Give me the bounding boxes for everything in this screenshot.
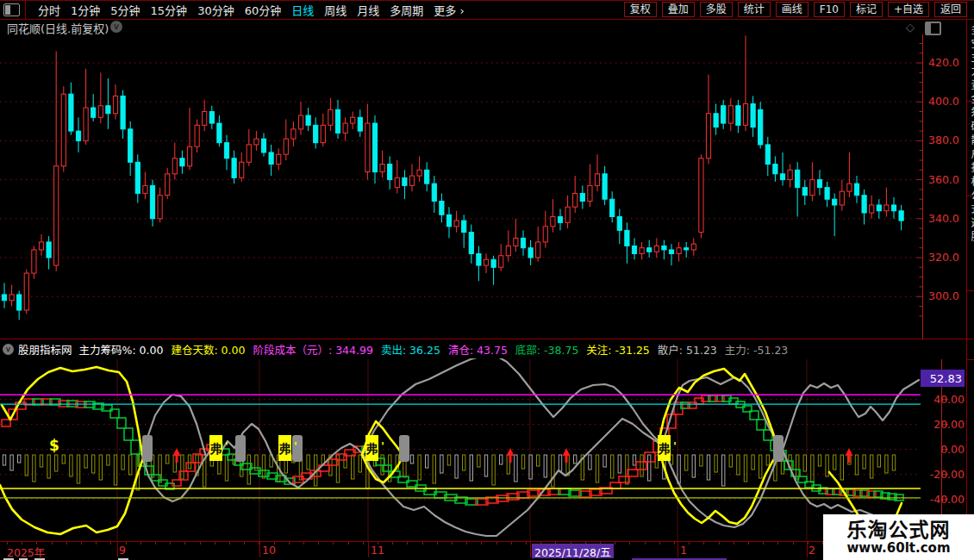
- candle-body: [573, 193, 578, 207]
- right-sidebar-clipped[interactable]: 多空主力资金筹码散户指标公式选股: [966, 19, 974, 560]
- period-tab-4[interactable]: 30分钟: [197, 2, 234, 18]
- axis-tick: [629, 542, 630, 544]
- window-split-icon[interactable]: [3, 3, 20, 16]
- month-separator: [368, 542, 369, 557]
- buy-arrow-icon: [846, 448, 853, 463]
- toolbar-button-6[interactable]: 标记: [850, 2, 883, 17]
- candle-body: [425, 170, 429, 184]
- indicator-bar: [855, 455, 858, 475]
- candle-body: [765, 145, 770, 165]
- toolbar-button-3[interactable]: 统计: [738, 2, 771, 17]
- period-tab-6[interactable]: 日线: [291, 2, 314, 18]
- period-tab-0[interactable]: 分时: [38, 2, 60, 18]
- date-label-3: 11: [371, 544, 384, 557]
- period-tab-3[interactable]: 15分钟: [151, 2, 188, 18]
- candle-body: [54, 166, 59, 265]
- candle-body: [677, 248, 681, 254]
- period-tab-10[interactable]: 更多 ›: [434, 2, 464, 18]
- sidebar-divider: [967, 101, 974, 102]
- cost-step-box: [619, 476, 629, 482]
- indicator-bar: [633, 455, 635, 465]
- candle-body: [728, 106, 733, 123]
- indicator-bar: [722, 455, 725, 486]
- indicator-axis-label: 0.00: [940, 443, 965, 456]
- indicator-bar: [426, 455, 428, 468]
- indicator-bar: [3, 455, 5, 465]
- indicator-bar: [188, 455, 190, 469]
- axis-tick: [303, 542, 304, 544]
- period-tab-9[interactable]: 多周期: [390, 2, 423, 18]
- chart-title: 同花顺(日线.前复权): [7, 20, 109, 36]
- cost-step-box: [186, 463, 195, 471]
- indicator-bar: [515, 455, 517, 482]
- indicator-bar: [796, 455, 799, 479]
- indicator-bar: [603, 455, 606, 467]
- price-axis-label: 420.0: [928, 56, 959, 69]
- period-tab-2[interactable]: 5分钟: [110, 2, 140, 18]
- indicator-bar: [307, 455, 309, 470]
- period-tab-1[interactable]: 1分钟: [71, 2, 100, 18]
- indicator-bar: [114, 455, 116, 485]
- indicator-bar: [544, 455, 546, 477]
- signal-label-text: 弗: [659, 442, 671, 456]
- candle-body: [106, 106, 110, 114]
- candle-body: [462, 221, 466, 233]
- axis-tick: [763, 542, 764, 544]
- toolbar-button-1[interactable]: 叠加: [662, 2, 695, 17]
- toolbar-button-5[interactable]: F10: [814, 2, 845, 17]
- indicator-bar: [478, 455, 480, 467]
- axis-tick: [481, 542, 482, 544]
- indicator-bar: [840, 455, 843, 480]
- candle-body: [796, 170, 800, 187]
- candle-body: [39, 242, 43, 250]
- candle-body: [432, 184, 436, 201]
- toolbar-button-4[interactable]: 画线: [776, 2, 809, 17]
- indicator-stat-7: 散户: 51.23: [658, 341, 717, 358]
- candle-body: [743, 103, 747, 125]
- indicator-bar: [803, 455, 806, 471]
- toolbar-divider: [25, 1, 26, 19]
- period-tab-7[interactable]: 周线: [324, 2, 347, 18]
- sidebar-divider: [967, 359, 974, 360]
- indicator-bar: [122, 455, 124, 470]
- candle-body: [135, 162, 140, 193]
- signal-label-quote: ': [381, 439, 384, 452]
- period-tab-8[interactable]: 月线: [357, 2, 379, 18]
- price-axis-label: 380.0: [928, 134, 959, 146]
- buy-arrow-icon: [173, 448, 181, 463]
- axis-tick: [659, 542, 660, 544]
- axis-tick: [452, 542, 453, 544]
- candle-body: [328, 109, 333, 125]
- indicator-bar: [484, 455, 487, 476]
- candle-body: [499, 256, 503, 268]
- axis-tick: [170, 542, 171, 544]
- axis-tick: [333, 542, 334, 544]
- period-tab-5[interactable]: 60分钟: [245, 2, 282, 18]
- toolbar-button-7[interactable]: +自选: [888, 2, 929, 17]
- candle-body: [440, 201, 444, 215]
- panel-layout-icon[interactable]: [925, 22, 941, 35]
- collapse-circle-icon[interactable]: v: [3, 344, 14, 355]
- axis-tick: [793, 542, 794, 544]
- price-axis-label: 320.0: [928, 251, 959, 264]
- diamond-icon[interactable]: ◇: [906, 21, 915, 34]
- toolbar-button-0[interactable]: 复权: [624, 2, 657, 17]
- indicator-bar: [33, 455, 35, 482]
- candle-body: [69, 94, 73, 131]
- indicator-bar: [463, 455, 465, 470]
- indicator-bar: [166, 455, 169, 464]
- indicator-bar: [574, 455, 577, 464]
- axis-tick: [777, 542, 778, 544]
- indicator-bar: [877, 455, 880, 467]
- gray-capsule-marker: [399, 435, 409, 462]
- signal-label-quote: ': [673, 439, 677, 452]
- axis-tick: [703, 542, 704, 544]
- toolbar-button-2[interactable]: 多股: [700, 2, 733, 17]
- toolbar-button-8[interactable]: 返回: [934, 2, 967, 17]
- candle-body: [884, 205, 889, 211]
- sidebar-vertical-text: 多空主力资金筹码散户指标公式选股: [968, 24, 974, 245]
- chevron-down-icon[interactable]: v: [110, 21, 122, 33]
- axis-tick: [140, 542, 141, 544]
- current-value-text: 52.83: [930, 372, 962, 385]
- axis-tick: [511, 542, 512, 544]
